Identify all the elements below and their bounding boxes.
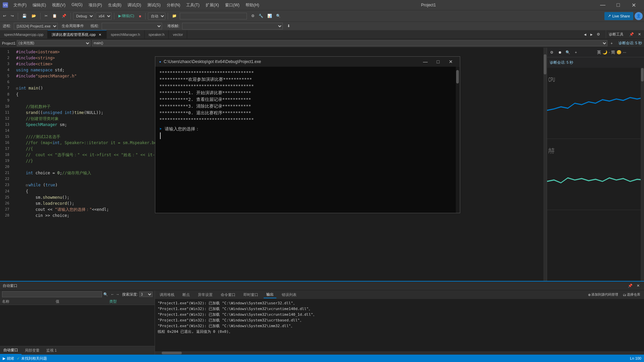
menu-extensions[interactable]: 扩展(X): [203, 2, 222, 9]
debug-config-dropdown[interactable]: Debug: [73, 12, 94, 20]
svg-text:内存: 内存: [548, 147, 555, 155]
add-source-btn[interactable]: ⊕ 添加到源代码管理: [586, 291, 620, 298]
copy-button[interactable]: 📋: [51, 12, 59, 20]
output-pane: 调用堆栈 断点 异常设置 命令窗口 即时窗口 输出 错误列表 ⊕ 添加到源代码管…: [155, 290, 644, 355]
search-toolbar-input[interactable]: [180, 13, 247, 19]
code-line: 20: [0, 164, 155, 170]
menu-test[interactable]: 测试(S): [145, 2, 163, 9]
editor-scrollbar[interactable]: [543, 48, 547, 281]
tab-speechmanagerh[interactable]: speechManager.h: [107, 30, 144, 39]
menu-bar: 文件(F) 编辑(E) 视图(V) Git(G) 项目(P) 生成(B) 调试(…: [11, 2, 262, 9]
menu-project[interactable]: 项目(P): [86, 2, 105, 9]
project-name: Project1: [2, 41, 15, 45]
save-button[interactable]: 💾: [20, 12, 29, 20]
user-icon-button[interactable]: 👤: [635, 12, 643, 20]
continue-button[interactable]: ▶ 继续(C): [117, 12, 136, 20]
status-no-issues[interactable]: ✓ 未找到相关问题: [17, 356, 47, 361]
console-line: ************************************: [159, 69, 452, 76]
diag-settings-btn[interactable]: ⚙: [548, 49, 555, 56]
menu-window[interactable]: 窗口(W): [222, 2, 242, 9]
menu-tools[interactable]: 工具(T): [183, 2, 202, 9]
output-line: 线程 0x204 已退出, 返回值为 0 (0x0)。: [158, 329, 641, 335]
nav-back[interactable]: ←: [111, 292, 114, 296]
tab-exceptions[interactable]: 异常设置: [195, 292, 215, 298]
folder-button[interactable]: 📁: [170, 12, 178, 20]
minimize-button[interactable]: —: [595, 0, 610, 10]
tab-vector[interactable]: vector: [169, 30, 187, 39]
auto-window-close[interactable]: ✕: [635, 282, 641, 290]
tab-errorlist[interactable]: 错误列表: [279, 292, 299, 298]
tab-scroll-right[interactable]: ▶: [589, 31, 594, 38]
console-line: ************************************: [159, 83, 452, 89]
select-repo-btn[interactable]: 🗂 选择仓库: [621, 291, 642, 298]
diag-zoom-in-btn[interactable]: +: [573, 49, 579, 56]
menu-git[interactable]: Git(G): [69, 2, 85, 9]
open-button[interactable]: 📂: [30, 12, 38, 20]
locals-header: 名称 值 类型: [0, 298, 155, 305]
tab-breakpoints[interactable]: 断点: [180, 292, 193, 298]
tab-locals[interactable]: 局部变量: [21, 346, 43, 355]
thread-dropdown[interactable]: [102, 23, 162, 29]
paste-button[interactable]: 📌: [60, 12, 68, 20]
diag-pin[interactable]: 📌: [628, 31, 636, 38]
menu-build[interactable]: 生成(B): [105, 2, 124, 9]
diag-scrollbar[interactable]: [641, 68, 644, 281]
tab-speechmanagercpp[interactable]: speechManagercpp.cpp: [0, 30, 48, 39]
diag-search-btn[interactable]: 🔍: [565, 49, 571, 56]
code-line: 16 //for (map<int, Speaker>::iterator it…: [0, 140, 155, 146]
process-dropdown[interactable]: [16324] Project1.exe: [14, 23, 58, 29]
tab-label: vector: [173, 33, 183, 37]
code-editor: 1 #include<iostream> 2 #include<string> …: [0, 48, 155, 281]
auto-window-pin[interactable]: 📌: [626, 282, 634, 290]
maximize-button[interactable]: □: [610, 0, 626, 10]
expand-stack-button[interactable]: ⬇: [285, 22, 292, 30]
toolbar-icon-3[interactable]: 📊: [266, 12, 274, 20]
menu-debug[interactable]: 调试(D): [125, 2, 144, 9]
console-content[interactable]: ************************************ ***…: [155, 67, 456, 213]
menu-edit[interactable]: 编辑(E): [30, 2, 49, 9]
expand-editor-btn[interactable]: +: [609, 40, 614, 47]
tab-close-icon[interactable]: ✕: [98, 33, 102, 37]
tab-immediate[interactable]: 即时窗口: [241, 292, 261, 298]
tab-watch[interactable]: 监视 1: [43, 346, 60, 355]
scope-dropdown[interactable]: (全局范围): [17, 40, 91, 46]
toolbar-icon-2[interactable]: 🔧: [257, 12, 265, 20]
tab-command[interactable]: 命令窗口: [218, 292, 238, 298]
function-dropdown[interactable]: main(): [92, 40, 607, 46]
console-close[interactable]: ✕: [446, 58, 456, 66]
auto-dropdown[interactable]: 自动: [148, 12, 165, 20]
tab-speakerh[interactable]: speaker.h: [145, 30, 169, 39]
output-content[interactable]: "Project1.exe"(Win32): 已加载 "C:\Windows\S…: [155, 299, 644, 351]
output-scrollbar-h[interactable]: [155, 351, 644, 355]
platform-dropdown[interactable]: x64: [96, 12, 112, 20]
toolbar-icon-4[interactable]: 🔍: [274, 12, 282, 20]
depth-dropdown[interactable]: 3: [139, 292, 153, 297]
locals-search-input[interactable]: [2, 291, 102, 297]
tab-scroll-left[interactable]: ◀: [582, 31, 588, 38]
menu-view[interactable]: 视图(V): [49, 2, 68, 9]
console-maximize[interactable]: □: [433, 58, 443, 66]
menu-help[interactable]: 帮助(H): [243, 2, 262, 9]
nav-forward[interactable]: →: [116, 292, 119, 296]
tab-settings[interactable]: ⚙: [595, 31, 602, 38]
live-share-button[interactable]: ↗ Live Share: [604, 12, 633, 20]
tab-callstack[interactable]: 调用堆栈: [157, 292, 177, 298]
code-content[interactable]: 1 #include<iostream> 2 #include<string> …: [0, 48, 155, 281]
close-button[interactable]: ✕: [626, 0, 641, 10]
console-scrollbar[interactable]: [456, 67, 460, 213]
diag-close[interactable]: ✕: [636, 31, 643, 38]
toolbar-icon-1[interactable]: ⚙: [250, 12, 256, 20]
menu-file[interactable]: 文件(F): [11, 2, 29, 9]
cut-button[interactable]: ✂: [43, 12, 49, 20]
tab-maincpp[interactable]: 演讲比赛流程管理系统.cpp ✕: [48, 30, 107, 39]
tab-auto-window[interactable]: 自动窗口: [0, 346, 21, 355]
undo-button[interactable]: ↩: [1, 12, 8, 20]
diagnostic-tab[interactable]: 诊断工具: [606, 30, 626, 39]
stop-button[interactable]: ■: [137, 12, 143, 20]
console-minimize[interactable]: —: [420, 58, 430, 66]
tab-output[interactable]: 输出: [264, 291, 276, 298]
stack-dropdown[interactable]: [182, 23, 283, 29]
menu-analyze[interactable]: 分析(N): [164, 2, 183, 9]
diag-record-btn[interactable]: ⏺: [556, 49, 563, 56]
redo-button[interactable]: ↪: [9, 12, 15, 20]
